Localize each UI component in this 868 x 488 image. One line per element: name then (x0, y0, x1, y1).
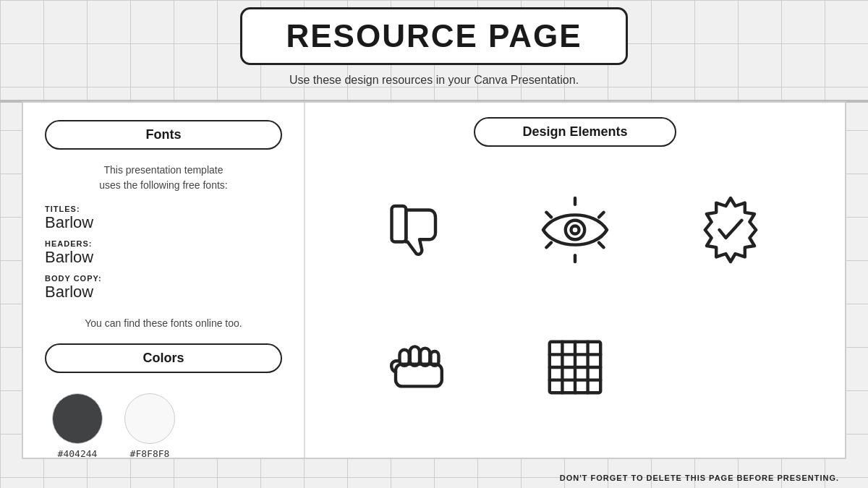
svg-point-2 (571, 226, 579, 234)
headers-label: HEADERS: (45, 239, 282, 248)
color-hex-2: #F8F8F8 (130, 448, 170, 459)
svg-rect-13 (396, 364, 442, 387)
color-swatches: #404244 #F8F8F8 (45, 386, 282, 459)
thumbs-down-icon-cell (341, 161, 497, 299)
colors-section: Colors #404244 #F8F8F8 (45, 343, 282, 459)
titles-label: TITLES: (45, 205, 282, 213)
body-font: Barlow (45, 283, 282, 301)
headers-font: Barlow (45, 248, 282, 267)
titles-font: Barlow (45, 213, 282, 232)
svg-rect-0 (391, 206, 406, 242)
badge-icon-cell (653, 161, 809, 299)
body-label: BODY COPY: (45, 274, 282, 283)
grid-icon-cell (497, 299, 652, 436)
eye-icon-cell (497, 161, 652, 299)
color-swatch-1: #404244 (52, 393, 103, 459)
color-circle-1 (52, 393, 103, 444)
footer-note: DON'T FORGET TO DELETE THIS PAGE BEFORE … (560, 474, 839, 482)
grid-icon (535, 328, 615, 407)
svg-point-1 (566, 221, 584, 239)
title-box: RESOURCE PAGE (240, 7, 627, 65)
fonts-description: This presentation template uses the foll… (45, 163, 282, 193)
body-font-row: BODY COPY: Barlow (45, 274, 282, 301)
titles-font-row: TITLES: Barlow (45, 205, 282, 232)
fist-icon-cell (341, 299, 497, 436)
page-title: RESOURCE PAGE (286, 18, 582, 54)
thumbs-down-icon (380, 190, 459, 270)
color-hex-1: #404244 (58, 448, 98, 459)
design-elements-header: Design Elements (474, 117, 676, 147)
headers-font-row: HEADERS: Barlow (45, 239, 282, 267)
svg-line-6 (599, 213, 604, 218)
fonts-section-header: Fonts (45, 120, 282, 150)
svg-line-5 (546, 213, 551, 218)
right-panel: Design Elements (305, 103, 845, 458)
color-swatch-2: #F8F8F8 (124, 393, 175, 459)
colors-section-header: Colors (45, 343, 282, 373)
page-subtitle: Use these design resources in your Canva… (181, 74, 687, 87)
fist-icon (380, 328, 459, 407)
design-elements-grid (327, 154, 823, 443)
svg-line-8 (599, 243, 604, 248)
svg-line-7 (546, 243, 551, 248)
main-card: Fonts This presentation template uses th… (22, 101, 846, 459)
eye-icon (535, 190, 615, 270)
badge-icon (691, 190, 770, 270)
fonts-note: You can find these fonts online too. (45, 317, 282, 329)
left-panel: Fonts This presentation template uses th… (23, 103, 305, 458)
header: RESOURCE PAGE Use these design resources… (181, 7, 687, 87)
color-circle-2 (124, 393, 175, 444)
